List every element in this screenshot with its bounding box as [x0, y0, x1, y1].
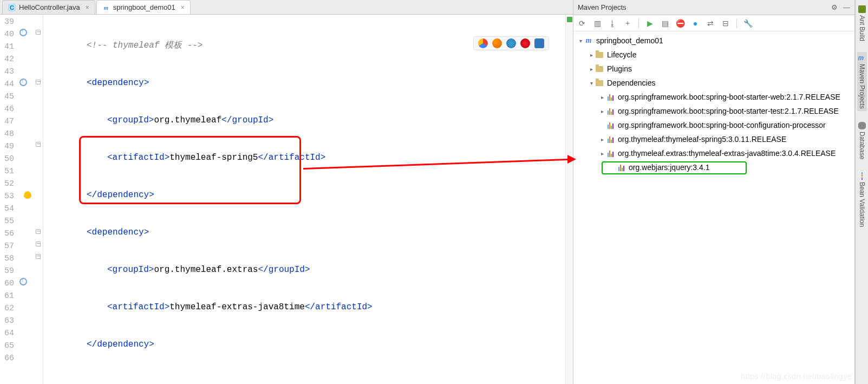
node-label: Dependencies	[607, 79, 656, 87]
chrome-icon[interactable]	[478, 38, 488, 48]
maven-project-icon: m	[584, 36, 593, 45]
code-text: org.thymeleaf.extras	[154, 265, 258, 275]
close-icon[interactable]: ×	[86, 4, 89, 11]
error-stripe[interactable]	[565, 15, 573, 384]
node-label: springboot_demo01	[596, 36, 663, 45]
maven-root-node[interactable]: ▾ m springboot_demo01	[573, 34, 854, 48]
folder-icon	[596, 80, 603, 86]
rail-label: Bean Validation	[858, 182, 866, 227]
override-up-icon[interactable]	[19, 29, 27, 36]
editor-body: 3940414243444546474849505152535455565758…	[0, 15, 573, 384]
firefox-icon[interactable]	[492, 38, 502, 48]
refresh-icon[interactable]: ⟳	[578, 19, 586, 28]
maven-lifecycle-node[interactable]: ▸ Lifecycle	[573, 48, 854, 62]
marker-gutter	[16, 15, 43, 384]
chevron-right-icon[interactable]: ▸	[588, 52, 595, 58]
tab-label: HelloController.java	[19, 3, 80, 11]
edge-icon[interactable]	[534, 38, 544, 48]
line-number-gutter: 3940414243444546474849505152535455565758…	[0, 15, 16, 384]
code-area[interactable]: <!-- thymeleaf 模板 --> <dependency> <grou…	[43, 15, 565, 384]
maven-plugins-node[interactable]: ▸ Plugins	[573, 62, 854, 76]
maven-icon: m	[858, 54, 866, 62]
bean-validation-icon	[858, 172, 866, 180]
editor-tabbar: C HelloController.java × m springboot_de…	[0, 0, 573, 15]
code-text: thymeleaf-extras-java8time	[169, 302, 305, 312]
rail-bean-validation[interactable]: Bean Validation	[857, 170, 867, 229]
maven-toolbar: ⟳ ▥ ⭳ ＋ ▶ ▤ ⛔ ● ⇄ ⊟ 🔧	[573, 15, 854, 31]
dependency-node[interactable]: ▸ org.springframework.boot:spring-boot-s…	[573, 104, 854, 118]
toggle-skip-tests-icon[interactable]: ●	[691, 19, 700, 28]
close-icon[interactable]: ×	[181, 4, 185, 11]
show-dependencies-icon[interactable]: ⇄	[706, 19, 715, 28]
gear-icon[interactable]: ⚙	[831, 3, 838, 11]
node-label: org.springframework.boot:spring-boot-con…	[618, 121, 826, 129]
safari-icon[interactable]	[506, 38, 516, 48]
fold-toggle-icon[interactable]	[36, 229, 41, 234]
editor-tab-hellocontroller[interactable]: C HelloController.java ×	[2, 0, 95, 14]
add-icon[interactable]: ＋	[623, 19, 632, 28]
dependency-node-jquery[interactable]: org.webjars:jquery:3.4.1	[573, 160, 854, 174]
override-up-icon[interactable]	[19, 278, 27, 285]
maven-dependencies-node[interactable]: ▾ Dependencies	[573, 76, 854, 90]
execute-goal-icon[interactable]: ▤	[661, 19, 669, 28]
database-icon	[858, 122, 866, 129]
chevron-down-icon[interactable]: ▾	[577, 38, 584, 44]
chevron-right-icon[interactable]: ▸	[598, 151, 606, 157]
node-label: org.thymeleaf.extras:thymeleaf-extras-ja…	[618, 149, 836, 158]
node-label: org.springframework.boot:spring-boot-sta…	[618, 93, 840, 101]
chevron-right-icon[interactable]: ▸	[598, 94, 606, 100]
generate-sources-icon[interactable]: ▥	[593, 19, 602, 28]
rail-database[interactable]: Database	[857, 120, 867, 161]
ant-icon	[858, 5, 866, 13]
rail-label: Maven Projects	[858, 64, 866, 109]
node-label: Plugins	[607, 64, 632, 73]
maven-tree[interactable]: ▾ m springboot_demo01 ▸ Lifecycle ▸ Plug…	[573, 31, 854, 384]
minimize-icon[interactable]: —	[843, 3, 850, 11]
download-icon[interactable]: ⭳	[608, 19, 617, 28]
library-icon	[618, 164, 624, 171]
java-class-icon: C	[8, 4, 16, 11]
library-icon	[608, 107, 614, 115]
dependency-node[interactable]: ▸ org.springframework.boot:spring-boot-s…	[573, 90, 854, 104]
rail-maven-projects[interactable]: m Maven Projects	[857, 52, 867, 111]
node-label: Lifecycle	[607, 50, 636, 59]
code-text: thymeleaf-spring5	[169, 153, 258, 162]
node-label: org.springframework.boot:spring-boot-sta…	[618, 107, 839, 115]
tab-label: springboot_demo01	[113, 3, 175, 11]
fold-toggle-icon[interactable]	[36, 80, 41, 84]
run-icon[interactable]: ▶	[645, 19, 654, 28]
dependency-node[interactable]: ▸ org.thymeleaf:thymeleaf-spring5:3.0.11…	[573, 132, 854, 146]
library-icon	[608, 93, 614, 101]
folder-icon	[596, 66, 603, 72]
fold-toggle-icon[interactable]	[36, 254, 41, 259]
ide-root: C HelloController.java × m springboot_de…	[0, 0, 868, 384]
collapse-all-icon[interactable]: ⊟	[721, 19, 730, 28]
maven-settings-icon[interactable]: 🔧	[743, 19, 752, 28]
folder-icon	[596, 52, 603, 58]
library-icon	[608, 149, 614, 157]
library-icon	[608, 121, 614, 129]
chevron-right-icon[interactable]: ▸	[598, 136, 606, 142]
maven-title: Maven Projects	[578, 3, 626, 11]
chevron-right-icon[interactable]: ▸	[588, 66, 595, 72]
editor-pane: C HelloController.java × m springboot_de…	[0, 0, 573, 384]
chevron-right-icon[interactable]: ▸	[598, 108, 606, 114]
browser-preview-icons	[473, 36, 549, 50]
dependency-node[interactable]: org.springframework.boot:spring-boot-con…	[573, 118, 854, 132]
code-text: <!-- thymeleaf 模板 -->	[45, 41, 203, 50]
override-up-icon[interactable]	[19, 79, 27, 86]
dependency-node[interactable]: ▸ org.thymeleaf.extras:thymeleaf-extras-…	[573, 146, 854, 160]
intention-bulb-icon[interactable]	[24, 191, 31, 199]
fold-toggle-icon[interactable]	[36, 242, 41, 246]
node-label: org.webjars:jquery:3.4.1	[629, 163, 709, 172]
fold-toggle-icon[interactable]	[36, 142, 41, 147]
code-text: org.thymeleaf	[154, 115, 221, 125]
opera-icon[interactable]	[520, 38, 530, 48]
chevron-down-icon[interactable]: ▾	[588, 80, 595, 86]
rail-ant-build[interactable]: Ant Build	[857, 3, 867, 43]
rail-label: Database	[858, 132, 866, 159]
editor-tab-springboot-demo01[interactable]: m springboot_demo01 ×	[96, 0, 191, 14]
fold-toggle-icon[interactable]	[36, 30, 41, 35]
rail-label: Ant Build	[858, 15, 866, 41]
toggle-offline-icon[interactable]: ⛔	[676, 19, 684, 28]
